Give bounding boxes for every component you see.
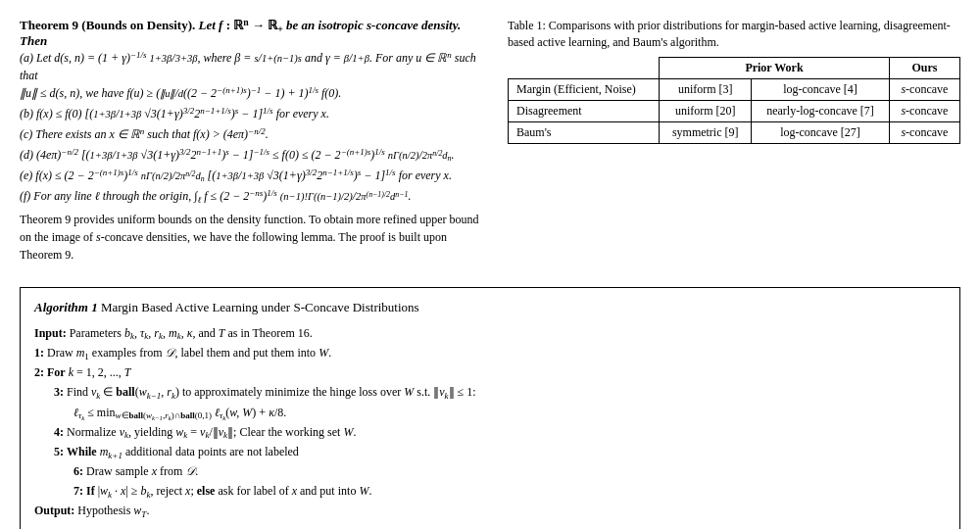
algorithm-output: Output: Hypothesis wT. <box>34 502 946 520</box>
table-header-empty <box>509 57 660 78</box>
table-cell-disagreement-pw1: uniform [20] <box>660 100 752 121</box>
table-cell-baums-pw1: symmetric [9] <box>660 121 752 143</box>
algorithm-step-2: 2: For k = 1, 2, ..., T <box>34 363 946 382</box>
algorithm-body: Input: Parameters bk, τk, rk, mk, κ, and… <box>34 324 946 521</box>
theorem-note: Theorem 9 provides uniform bounds on the… <box>20 211 490 264</box>
algorithm-step-3b: ℓτk ≤ minw∈ball(wk−1,rk)∩ball(0,1) ℓτk(w… <box>34 404 946 422</box>
algorithm-step-5: 5: While mk+1 additional data points are… <box>34 443 946 461</box>
left-column: Theorem 9 (Bounds on Density). Let f : ℝ… <box>20 18 500 273</box>
algorithm-step-7: 7: If |wk · x| ≥ bk, reject x; else ask … <box>34 482 946 501</box>
algorithm-step-4: 4: Normalize vk, yielding wk = vk/‖vk‖; … <box>34 423 946 442</box>
table-cell-baums: Baum's <box>509 121 660 143</box>
theorem-number: Theorem 9 <box>20 18 78 32</box>
algorithm-step-1: 1: Draw m1 examples from 𝒟, label them a… <box>34 344 946 362</box>
algorithm-title-text: Margin Based Active Learning under S-Con… <box>101 300 419 314</box>
table-cell-margin-ours: s-concave <box>889 78 959 100</box>
table-section: Table 1: Comparisons with prior distribu… <box>508 18 960 144</box>
theorem-title-paren: (Bounds on Density). <box>81 18 195 32</box>
theorem-part-c: (c) There exists an x ∈ ℝn such that f(x… <box>20 125 490 143</box>
table-header-prior-work: Prior Work <box>660 57 890 78</box>
table-cell-disagreement: Disagreement <box>509 100 660 121</box>
algorithm-step-6: 6: Draw sample x from 𝒟. <box>34 462 946 481</box>
table-row: Baum's symmetric [9] log-concave [27] s-… <box>509 121 960 143</box>
theorem-part-b: (b) f(x) ≤ f(0) [(1+3β/1+3β √3(1+γ)3/22n… <box>20 105 490 122</box>
table-cell-baums-pw2: log-concave [27] <box>752 121 890 143</box>
comparison-table: Prior Work Ours Margin (Efficient, Noise… <box>508 57 960 144</box>
table-cell-margin: Margin (Efficient, Noise) <box>509 78 660 100</box>
theorem-part-d: (d) (4eπ)−n/2 [(1+3β/1+3β √3(1+γ)3/22n−1… <box>20 146 490 164</box>
theorem-part-e: (e) f(x) ≤ (2 − 2−(n+1)s)1/s nΓ(n/2)/2πn… <box>20 167 490 184</box>
theorem-part-a: (a) Let d(s, n) = (1 + γ)−1/s 1+3β/3+3β,… <box>20 49 490 102</box>
theorem-section: Theorem 9 (Bounds on Density). Let f : ℝ… <box>20 18 490 264</box>
algorithm-section: Algorithm 1 Margin Based Active Learning… <box>20 287 960 529</box>
algorithm-label: Algorithm 1 <box>34 300 98 314</box>
table-header-ours: Ours <box>889 57 959 78</box>
table-cell-disagreement-pw2: nearly-log-concave [7] <box>752 100 890 121</box>
table-cell-disagreement-ours: s-concave <box>889 100 959 121</box>
theorem-part-f: (f) For any line ℓ through the origin, ∫… <box>20 187 490 205</box>
algorithm-title: Algorithm 1 Margin Based Active Learning… <box>34 298 946 318</box>
table-row: Margin (Efficient, Noise) uniform [3] lo… <box>509 78 960 100</box>
table-cell-margin-pw1: uniform [3] <box>660 78 752 100</box>
table-row: Disagreement uniform [20] nearly-log-con… <box>509 100 960 121</box>
right-column: Table 1: Comparisons with prior distribu… <box>500 18 960 273</box>
algorithm-step-3: 3: Find vk ∈ ball(wk−1, rk) to approxima… <box>34 383 946 402</box>
theorem-title: Theorem 9 (Bounds on Density). Let f : ℝ… <box>20 18 461 48</box>
table-cell-baums-ours: s-concave <box>889 121 959 143</box>
table-caption: Table 1: Comparisons with prior distribu… <box>508 18 960 51</box>
table-cell-margin-pw2: log-concave [4] <box>752 78 890 100</box>
algorithm-box: Algorithm 1 Margin Based Active Learning… <box>20 287 960 529</box>
algorithm-input: Input: Parameters bk, τk, rk, mk, κ, and… <box>34 324 946 343</box>
